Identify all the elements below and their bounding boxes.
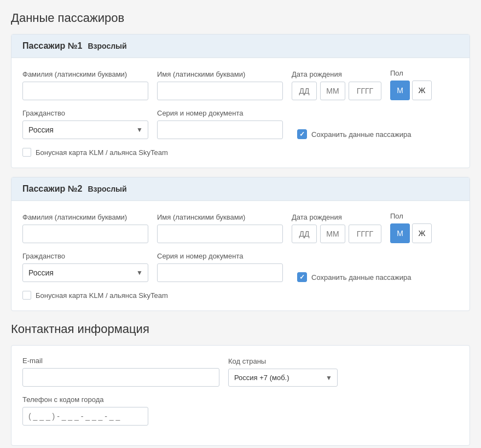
passenger-2-firstname-label: Имя (латинскими буквами) [157, 213, 283, 221]
passenger-1-row-1: Фамилия (латинскими буквами) Имя (латинс… [22, 69, 459, 100]
passenger-body-1: Фамилия (латинскими буквами) Имя (латинс… [11, 58, 470, 168]
passenger-1-lastname-input[interactable] [22, 82, 148, 100]
passenger-1-gender-group: Пол М Ж [390, 69, 432, 100]
passenger-1-dob-dd[interactable] [292, 82, 317, 100]
passenger-2-dob-dd[interactable] [292, 225, 317, 243]
passenger-1-save-row: Сохранить данные пассажира [297, 129, 412, 139]
passenger-1-bonus-row: Бонусная карта KLM / альянса SkyTeam [22, 148, 459, 157]
passenger-2-lastname-input[interactable] [22, 225, 148, 243]
passenger-1-citizenship-label: Гражданство [22, 109, 148, 117]
passenger-2-docnum-input[interactable] [157, 263, 283, 282]
passenger-1-gender-buttons: М Ж [390, 81, 432, 100]
passenger-1-citizenship-select-wrapper: Россия ▼ [22, 120, 148, 139]
passenger-2-docnum-group: Серия и номер документа [157, 252, 283, 282]
contact-country-code-label: Код страны [228, 357, 338, 365]
page-title: Данные пассажиров [11, 11, 470, 25]
passenger-body-2: Фамилия (латинскими буквами) Имя (латинс… [11, 201, 470, 311]
passenger-type-1: Взрослый [88, 42, 126, 50]
passenger-card-2: Пассажир №2 Взрослый Фамилия (латинскими… [11, 177, 470, 311]
passenger-2-firstname-input[interactable] [157, 225, 283, 243]
passenger-2-gender-buttons: М Ж [390, 223, 432, 243]
passenger-2-citizenship-label: Гражданство [22, 252, 148, 260]
passenger-number-1: Пассажир №1 [22, 41, 82, 51]
passenger-1-firstname-input[interactable] [157, 82, 283, 100]
passenger-1-save-label: Сохранить данные пассажира [311, 130, 412, 139]
passenger-1-save-checkbox[interactable] [297, 129, 307, 139]
passenger-2-docnum-label: Серия и номер документа [157, 252, 283, 260]
passenger-1-bonus-checkbox[interactable] [22, 148, 31, 157]
contact-phone-label: Телефон с кодом города [22, 395, 148, 404]
passenger-1-bonus-label: Бонусная карта KLM / альянса SkyTeam [36, 148, 168, 157]
passenger-header-1: Пассажир №1 Взрослый [11, 35, 470, 58]
contact-title: Контактная информация [11, 322, 470, 336]
passenger-1-firstname-group: Имя (латинскими буквами) [157, 70, 283, 100]
passenger-2-row-1: Фамилия (латинскими буквами) Имя (латинс… [22, 212, 459, 243]
passenger-1-gender-label: Пол [390, 69, 432, 77]
contact-email-label: E-mail [22, 357, 219, 365]
passenger-2-lastname-group: Фамилия (латинскими буквами) [22, 213, 148, 243]
page-container: Данные пассажиров Пассажир №1 Взрослый Ф… [0, 0, 481, 448]
contact-row-1: E-mail Код страны Россия +7 (моб.) США +… [22, 357, 459, 426]
contact-country-code-select[interactable]: Россия +7 (моб.) США +1 Германия +49 Фра… [228, 369, 338, 387]
passenger-2-citizenship-group: Гражданство Россия ▼ [22, 252, 148, 282]
passenger-1-lastname-label: Фамилия (латинскими буквами) [22, 70, 148, 78]
passenger-2-save-checkbox[interactable] [297, 272, 307, 282]
passenger-2-bonus-label: Бонусная карта KLM / альянса SkyTeam [36, 291, 168, 300]
passenger-1-citizenship-group: Гражданство Россия ▼ [22, 109, 148, 139]
passenger-2-bonus-row: Бонусная карта KLM / альянса SkyTeam [22, 291, 459, 300]
passenger-1-row-2: Гражданство Россия ▼ Серия и номер докум… [22, 109, 459, 139]
contact-country-code-select-wrapper: Россия +7 (моб.) США +1 Германия +49 Фра… [228, 369, 338, 387]
contact-phone-input[interactable] [22, 407, 148, 426]
passenger-2-firstname-group: Имя (латинскими буквами) [157, 213, 283, 243]
passenger-2-dob-yyyy[interactable] [349, 225, 381, 243]
passenger-2-gender-label: Пол [390, 212, 432, 220]
passenger-2-dob-mm[interactable] [320, 225, 345, 243]
passenger-2-gender-female[interactable]: Ж [412, 223, 432, 243]
passenger-2-dob-group: Дата рождения [292, 213, 381, 243]
passenger-1-docnum-input[interactable] [157, 120, 283, 139]
passenger-2-bonus-checkbox[interactable] [22, 291, 31, 300]
passenger-1-docnum-group: Серия и номер документа [157, 109, 283, 139]
contact-country-code-group: Код страны Россия +7 (моб.) США +1 Герма… [228, 357, 338, 387]
passenger-2-save-row: Сохранить данные пассажира [297, 272, 412, 282]
passenger-1-firstname-label: Имя (латинскими буквами) [157, 70, 283, 78]
passenger-2-citizenship-select-wrapper: Россия ▼ [22, 263, 148, 282]
passenger-1-docnum-label: Серия и номер документа [157, 109, 283, 117]
passenger-number-2: Пассажир №2 [22, 184, 82, 194]
passenger-1-dob-inputs [292, 82, 381, 100]
contact-email-input[interactable] [22, 368, 219, 387]
passenger-2-dob-label: Дата рождения [292, 213, 381, 221]
passenger-1-dob-group: Дата рождения [292, 70, 381, 100]
passenger-1-dob-label: Дата рождения [292, 70, 381, 78]
passenger-1-gender-female[interactable]: Ж [412, 81, 432, 100]
passenger-2-gender-male[interactable]: М [390, 223, 410, 243]
passenger-card-1: Пассажир №1 Взрослый Фамилия (латинскими… [11, 34, 470, 168]
contact-card: E-mail Код страны Россия +7 (моб.) США +… [11, 345, 470, 446]
passenger-1-lastname-group: Фамилия (латинскими буквами) [22, 70, 148, 100]
passenger-2-citizenship-select[interactable]: Россия [22, 263, 148, 282]
passenger-1-gender-male[interactable]: М [390, 81, 410, 100]
passenger-type-2: Взрослый [88, 185, 126, 193]
passenger-1-dob-yyyy[interactable] [349, 82, 381, 100]
passenger-1-dob-mm[interactable] [320, 82, 345, 100]
contact-email-group: E-mail [22, 357, 219, 387]
passenger-2-gender-group: Пол М Ж [390, 212, 432, 243]
passenger-2-lastname-label: Фамилия (латинскими буквами) [22, 213, 148, 221]
passenger-2-row-2: Гражданство Россия ▼ Серия и номер докум… [22, 252, 459, 282]
passenger-2-save-label: Сохранить данные пассажира [311, 273, 412, 282]
contact-section: Контактная информация E-mail Код страны … [11, 322, 470, 446]
passenger-2-dob-inputs [292, 225, 381, 243]
contact-phone-group: Телефон с кодом города [22, 395, 148, 426]
passenger-1-citizenship-select[interactable]: Россия [22, 120, 148, 139]
passenger-header-2: Пассажир №2 Взрослый [11, 177, 470, 201]
